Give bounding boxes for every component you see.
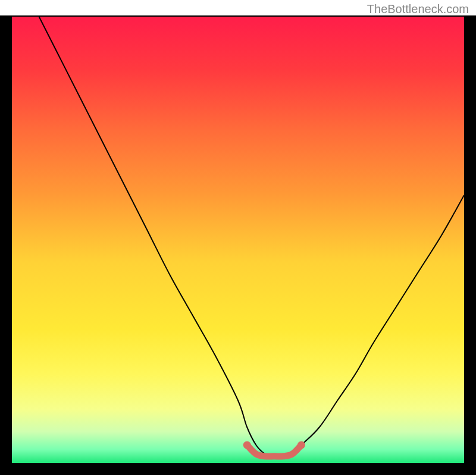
gradient-background (12, 17, 464, 463)
highlight-endpoint (243, 441, 251, 449)
watermark-text: TheBottleneck.com (367, 2, 469, 16)
highlight-endpoint (298, 441, 305, 449)
chart-frame (0, 15, 476, 475)
chart-svg (12, 17, 464, 463)
chart-plot (12, 17, 464, 463)
